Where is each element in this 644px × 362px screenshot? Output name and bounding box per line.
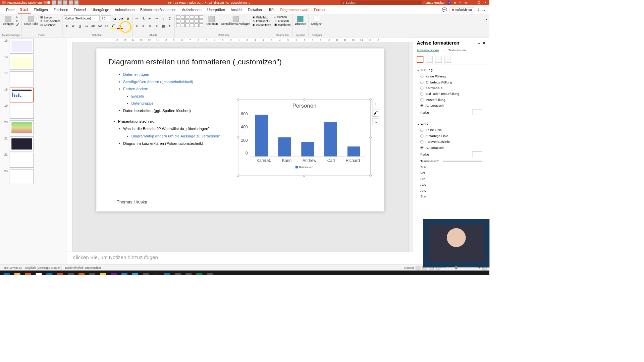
align-center-button[interactable]: ≡ (141, 23, 146, 29)
tab-start[interactable]: Start (17, 5, 31, 14)
thumb-22[interactable]: 22 (3, 153, 64, 168)
bullets-button[interactable]: ≔ (134, 15, 140, 21)
neue-folie-button[interactable]: Neue Folie (23, 15, 39, 26)
markieren-button[interactable]: ▣Markieren (274, 23, 290, 26)
aufzeichnen-button[interactable]: Aufzeichnen (450, 7, 474, 12)
bullet-b5a1[interactable]: Diagrammtyp ändern um die Aussage zu ver… (131, 132, 221, 140)
taskbar-settings[interactable] (183, 271, 194, 275)
tab-zeichnen[interactable]: Zeichnen (51, 5, 71, 13)
clear-format-button[interactable]: A̷ (125, 15, 131, 21)
present-icon[interactable] (69, 1, 73, 5)
ersetzen-button[interactable]: ⤭Ersetzen (274, 19, 290, 22)
tab-aufzeichnen[interactable]: Aufzeichnen (179, 5, 204, 13)
font-name-select[interactable] (64, 15, 99, 21)
thumb-19[interactable]: 19 (3, 104, 64, 119)
fp-fill-solid[interactable]: Einfarbige Füllung (417, 79, 486, 85)
tray-battery-icon[interactable]: ▬ (485, 275, 488, 275)
slide-canvas[interactable]: Diagramm erstellen und formatieren („cus… (96, 48, 384, 211)
paste-button[interactable]: Einfügen (2, 15, 15, 26)
thumb-15[interactable]: 15 (3, 39, 64, 54)
numbering-button[interactable]: ⒈ (141, 15, 146, 21)
taskbar-powerpoint[interactable] (55, 271, 65, 275)
bullet-b3a[interactable]: Einzeln (131, 93, 144, 100)
anordnen-button[interactable]: Anordnen (205, 15, 219, 26)
tab-animationen[interactable]: Animationen (112, 5, 137, 13)
taskbar-app-1[interactable] (66, 271, 76, 275)
taskbar-excel[interactable] (194, 271, 204, 275)
fp-fill-section[interactable]: ⌄ Füllung (417, 66, 486, 73)
columns-button[interactable]: ▥ (160, 23, 166, 29)
status-language[interactable]: Englisch (Vereinigte Staaten) (25, 266, 61, 269)
fp-tab-options[interactable]: Achsenoptionen (417, 48, 439, 52)
fulleffekt-button[interactable]: ◉Fülleffekt (253, 15, 271, 19)
tab-einfugen[interactable]: Einfügen (31, 5, 50, 13)
view-normal[interactable] (416, 266, 421, 269)
search-box[interactable]: ⌕ Suchen (340, 1, 422, 5)
align-left-button[interactable]: ≡ (134, 23, 140, 29)
font-color-button[interactable]: A (117, 23, 122, 29)
fp-fill-pattern[interactable]: Musterfüllung (417, 97, 486, 103)
taskbar-firefox[interactable] (23, 271, 33, 275)
user-avatar[interactable]: TH (447, 1, 451, 5)
tab-entwurf[interactable]: Entwurf (71, 5, 88, 13)
tray-cloud-icon[interactable]: ☁ (474, 275, 477, 275)
fp-line-color[interactable]: Farbe (417, 150, 486, 158)
zurucksetzen-button[interactable]: ↺Zurücksetzen (40, 19, 60, 23)
thumb-23[interactable]: 23 (3, 169, 64, 184)
taskbar-vlc[interactable] (76, 271, 87, 275)
notes-panel[interactable]: Klicken Sie, um Notizen hinzuzufügen (66, 252, 413, 264)
bullet-b2[interactable]: Schriftgrößen ändern (gesamt/individuell… (123, 78, 193, 85)
chevron-down-icon[interactable]: ⌄ (248, 1, 251, 4)
tab-dictation[interactable]: Dictation (246, 5, 265, 13)
taskbar-explorer[interactable] (12, 271, 22, 275)
taskbar-app-5[interactable] (162, 271, 172, 275)
fp-line-none[interactable]: Keine Linie (417, 127, 486, 133)
share-icon[interactable]: ⇪ (477, 7, 480, 12)
chart-object[interactable]: Personen 600 400 200 0 Karin B.KarinAndr… (238, 99, 371, 176)
bullet-b3[interactable]: Farben ändern (123, 85, 148, 93)
designer-button[interactable]: Designer (310, 15, 324, 26)
taskbar-app-v[interactable] (119, 271, 129, 275)
copy-button[interactable]: ⎘ (16, 19, 19, 23)
formeffekte-button[interactable]: ◐Formeffekte (253, 23, 271, 26)
undo-icon[interactable] (58, 1, 62, 5)
strike-button[interactable]: S̶ (84, 23, 90, 29)
taskbar-app-4[interactable] (141, 271, 151, 275)
font-size-select[interactable] (101, 15, 111, 21)
taskbar-app-6[interactable] (173, 271, 183, 275)
comments-icon[interactable]: 💬 (442, 7, 447, 12)
fp-fill-gradient[interactable]: Farbverlauf (417, 85, 486, 91)
tab-hilfe[interactable]: Hilfe (265, 5, 277, 13)
tab-bildschirm[interactable]: Bildschirmpräsentation (138, 5, 179, 13)
underline-button[interactable]: U (77, 23, 83, 29)
bullet-b1[interactable]: Daten einfügen (123, 71, 149, 78)
layout-button[interactable]: ▦Layout (40, 15, 60, 19)
fp-fill-color[interactable]: Farbe (417, 109, 486, 116)
align-right-button[interactable]: ≡ (147, 23, 153, 29)
grow-font-button[interactable]: A▴ (112, 15, 117, 21)
maximize-button[interactable]: ☐ (477, 1, 481, 4)
format-painter-button[interactable]: 🖌 (16, 23, 19, 26)
fp-tab-text[interactable]: Textoptionen (448, 48, 466, 52)
chart-styles-button[interactable]: 🖌 (372, 110, 379, 117)
thumb-21[interactable]: 21 (3, 136, 64, 151)
pane-close-icon[interactable]: ✕ (483, 41, 486, 45)
fp-axis-icon[interactable] (444, 56, 451, 63)
pen-icon[interactable]: ✎ (459, 1, 462, 4)
line-spacing-button[interactable]: ↕ (160, 15, 166, 21)
case-button[interactable]: Aa (104, 23, 109, 29)
smartart-button[interactable]: ✦ (167, 23, 173, 29)
tab-ansicht[interactable]: Ansicht (228, 5, 245, 13)
taskbar-weather[interactable]: ☀1°C (458, 275, 467, 275)
outdent-button[interactable]: ⇤ (147, 15, 153, 21)
fp-size-icon[interactable] (435, 56, 442, 63)
diamond-icon[interactable]: ◈ (454, 1, 456, 4)
tab-datei[interactable]: Datei (4, 5, 17, 13)
minimize-button[interactable]: — (471, 1, 474, 4)
bullet-b3b[interactable]: Datengruppe (131, 100, 154, 107)
taskbar-chrome[interactable] (34, 271, 44, 275)
tab-format[interactable]: Format (311, 5, 328, 13)
fp-line-gradient[interactable]: Farbverlaufslinie (417, 139, 486, 144)
autosave-toggle[interactable] (43, 1, 50, 4)
chart-elements-button[interactable]: + (372, 101, 379, 108)
